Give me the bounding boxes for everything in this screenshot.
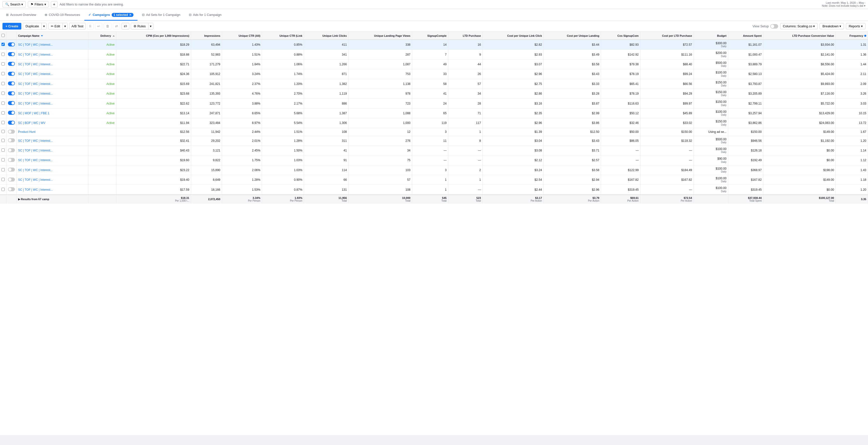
- row-checkbox-cell[interactable]: [0, 185, 6, 195]
- reports-button[interactable]: Reports ▾: [846, 23, 866, 29]
- row-checkbox-cell[interactable]: [0, 59, 6, 69]
- filters-button[interactable]: ⚑ Filters ▾: [28, 1, 49, 7]
- row-checkbox[interactable]: [1, 101, 5, 105]
- campaign-name[interactable]: SC | TOF | WC | Interest...: [18, 178, 53, 181]
- cost-ul-header[interactable]: Cost per Unique Landing: [544, 32, 601, 40]
- duplicate-button[interactable]: Duplicate: [23, 23, 42, 29]
- row-checkbox[interactable]: [1, 168, 5, 171]
- campaign-name[interactable]: SC | TOF | WC | Interest...: [18, 72, 53, 76]
- signup-header[interactable]: SignupComple: [412, 32, 448, 40]
- uctr-link-header[interactable]: Unique CTR (Link: [262, 32, 304, 40]
- row-checkbox[interactable]: [1, 121, 5, 124]
- campaign-name[interactable]: SC | BOF | WC | WV: [18, 121, 45, 125]
- campaign-name[interactable]: SC | TOF | WC | Interest...: [18, 63, 53, 66]
- row-checkbox-cell[interactable]: [0, 79, 6, 89]
- row-toggle-cell[interactable]: [6, 146, 17, 155]
- row-checkbox-cell[interactable]: [0, 136, 6, 146]
- row-checkbox[interactable]: [1, 130, 5, 133]
- campaign-name[interactable]: SC | TOF | WC | Interest...: [18, 102, 53, 105]
- campaign-name[interactable]: SC | MOF | WC | FBE 1: [18, 112, 50, 115]
- search-button[interactable]: 🔍 Search ▾: [2, 1, 26, 7]
- row-checkbox[interactable]: [1, 139, 5, 142]
- breakdown-button[interactable]: Breakdown ▾: [819, 23, 844, 29]
- row-checkbox[interactable]: [1, 92, 5, 95]
- row-checkbox[interactable]: [1, 82, 5, 85]
- row-checkbox-cell[interactable]: [0, 98, 6, 108]
- row-toggle-cell[interactable]: [6, 79, 17, 89]
- campaign-toggle[interactable]: [8, 158, 15, 162]
- row-toggle-cell[interactable]: [6, 185, 17, 195]
- row-toggle-cell[interactable]: [6, 136, 17, 146]
- budget-header[interactable]: Budget: [693, 32, 728, 40]
- campaign-toggle[interactable]: [8, 121, 15, 125]
- row-checkbox-cell[interactable]: [0, 108, 6, 118]
- row-checkbox[interactable]: [1, 53, 5, 56]
- cpm-header[interactable]: CPM (Cos per 1,000 Impressions): [116, 32, 191, 40]
- cost-ulc-header[interactable]: Cost per Unique Link Click: [483, 32, 544, 40]
- ltd-header[interactable]: LTD Purchase: [448, 32, 483, 40]
- tab-ads[interactable]: ⊟ Ads for 1 Campaign: [185, 10, 225, 21]
- delivery-header[interactable]: Delivery: [88, 32, 116, 40]
- row-checkbox[interactable]: [1, 188, 5, 191]
- campaign-toggle[interactable]: [8, 101, 15, 105]
- row-toggle-cell[interactable]: [6, 128, 17, 136]
- view-setup-toggle[interactable]: [770, 24, 778, 29]
- ulc-header[interactable]: Unique Link Clicks: [304, 32, 348, 40]
- duplicate-dropdown-button[interactable]: ▾: [42, 23, 46, 29]
- select-all-checkbox[interactable]: [1, 34, 5, 37]
- freq-header[interactable]: Frequency: [836, 32, 868, 40]
- campaign-name[interactable]: SC | TOF | WC | Interest...: [18, 43, 53, 47]
- uctr-all-header[interactable]: Unique CTR (All): [222, 32, 262, 40]
- tag-button[interactable]: 🏷: [122, 23, 129, 30]
- clear-selected-button[interactable]: ✕: [129, 13, 131, 17]
- row-checkbox[interactable]: [1, 178, 5, 181]
- tab-covid[interactable]: ⊕ COVID-19 Resources: [41, 10, 84, 21]
- campaign-toggle[interactable]: [8, 62, 15, 66]
- campaign-toggle[interactable]: [8, 42, 15, 47]
- row-checkbox-cell[interactable]: [0, 89, 6, 98]
- row-toggle-cell[interactable]: [6, 165, 17, 175]
- tab-account-overview[interactable]: ⊞ Account Overview: [2, 10, 40, 21]
- campaign-name[interactable]: SC | TOF | WC | Interest...: [18, 92, 53, 95]
- campaign-name[interactable]: SC | TOF | WC | Interest...: [18, 168, 53, 172]
- campaign-toggle[interactable]: [8, 148, 15, 152]
- edit-dropdown-button[interactable]: ▾: [63, 23, 67, 29]
- row-toggle-cell[interactable]: [6, 118, 17, 128]
- campaign-toggle[interactable]: [8, 111, 15, 115]
- row-toggle-cell[interactable]: [6, 69, 17, 79]
- row-checkbox[interactable]: [1, 111, 5, 115]
- row-checkbox-cell[interactable]: [0, 165, 6, 175]
- row-checkbox-cell[interactable]: [0, 175, 6, 185]
- campaign-toggle[interactable]: [8, 72, 15, 76]
- campaign-name-header[interactable]: Campaign Name: [17, 32, 88, 40]
- ulpv-header[interactable]: Unique Landing Page Views: [348, 32, 412, 40]
- row-checkbox-cell[interactable]: [0, 40, 6, 50]
- row-checkbox[interactable]: [1, 43, 5, 46]
- campaign-toggle[interactable]: [8, 138, 15, 142]
- campaign-toggle[interactable]: [8, 52, 15, 56]
- campaign-name[interactable]: SC | TOF | WC | Interest...: [18, 139, 53, 143]
- rules-button[interactable]: ⚙ Rules: [131, 23, 148, 29]
- campaign-toggle[interactable]: [8, 168, 15, 172]
- row-checkbox-cell[interactable]: [0, 50, 6, 59]
- row-checkbox[interactable]: [1, 62, 5, 65]
- row-checkbox-cell[interactable]: [0, 69, 6, 79]
- row-checkbox-cell[interactable]: [0, 118, 6, 128]
- amount-spent-header[interactable]: Amount Spent: [728, 32, 763, 40]
- row-checkbox[interactable]: [1, 148, 5, 152]
- rules-dropdown-button[interactable]: ▾: [148, 23, 153, 29]
- row-toggle-cell[interactable]: [6, 89, 17, 98]
- create-button[interactable]: + Create: [2, 23, 21, 30]
- campaign-name[interactable]: SC | TOF | WC | Interest...: [18, 53, 53, 56]
- campaign-toggle[interactable]: [8, 178, 15, 181]
- tab-ad-sets[interactable]: ⊟ Ad Sets for 1 Campaign: [138, 10, 184, 21]
- row-toggle-cell[interactable]: [6, 155, 17, 165]
- row-checkbox-cell[interactable]: [0, 155, 6, 165]
- columns-button[interactable]: Columns: Scaling.co ▾: [780, 23, 818, 29]
- campaign-name[interactable]: SC | TOF | WC | Interest...: [18, 158, 53, 162]
- row-toggle-cell[interactable]: [6, 175, 17, 185]
- row-checkbox-cell[interactable]: [0, 128, 6, 136]
- tab-campaigns[interactable]: ✓ Campaigns 1 selected ✕: [84, 10, 137, 21]
- ab-test-button[interactable]: A/B Test: [69, 23, 86, 30]
- cos-signup-header[interactable]: Cos SignupCom: [601, 32, 640, 40]
